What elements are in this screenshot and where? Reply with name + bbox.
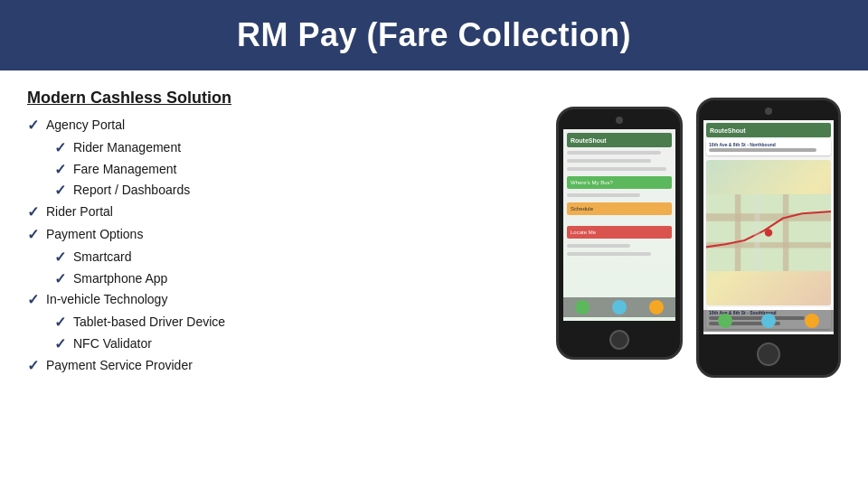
phone-icon-row-2 — [703, 310, 834, 332]
left-panel: Modern Cashless Solution ✓ Agency Portal… — [27, 89, 538, 380]
phone-info-line-1 — [709, 148, 816, 152]
header-bar: RM Pay (Fare Collection) — [0, 0, 868, 70]
list-item-rider-portal: ✓ Rider Portal — [27, 203, 538, 222]
svg-rect-4 — [783, 194, 788, 271]
list-item-agency-portal: ✓ Agency Portal — [27, 117, 538, 136]
right-panel: RouteShout Where's My Bus? Schedule — [556, 89, 841, 380]
checkmark-icon-1c: ✓ — [54, 182, 66, 201]
rider-portal-label: Rider Portal — [46, 203, 113, 221]
page-wrapper: RM Pay (Fare Collection) Modern Cashless… — [0, 0, 868, 389]
phone-home-btn-2 — [757, 343, 780, 366]
phone-btn-green: Where's My Bus? — [567, 176, 672, 189]
phone-btn-yellow: Schedule — [567, 202, 672, 215]
report-dashboards-label: Report / Dashboards — [73, 182, 190, 200]
phone-btn-green-text: Where's My Bus? — [571, 180, 613, 185]
phone-icon-call — [575, 300, 590, 314]
phone-text-2 — [567, 159, 651, 163]
content-area: Modern Cashless Solution ✓ Agency Portal… — [0, 70, 868, 389]
page-title: RM Pay (Fare Collection) — [0, 16, 868, 54]
list-item-reports: ✓ Report / Dashboards — [54, 182, 538, 201]
smartphone-app-label: Smartphone App — [73, 270, 167, 288]
payment-service-label: Payment Service Provider — [46, 357, 193, 375]
svg-rect-6 — [754, 194, 760, 271]
phone-text-4 — [567, 193, 640, 197]
phone-mockup-1: RouteShout Where's My Bus? Schedule — [556, 107, 683, 360]
checkmark-icon-3b: ✓ — [54, 270, 66, 289]
phone-icon-call-2 — [718, 314, 732, 328]
list-item-smartphone-app: ✓ Smartphone App — [54, 270, 538, 289]
checkmark-icon-1b: ✓ — [54, 161, 66, 180]
phone-btn-orange-text: Locate Me — [571, 230, 596, 235]
list-item-payment-options: ✓ Payment Options — [27, 226, 538, 245]
list-item-payment-service: ✓ Payment Service Provider — [27, 357, 538, 376]
phone-logo-2: RouteShout — [710, 127, 746, 134]
list-item-tablet-driver: ✓ Tablet-based Driver Device — [54, 314, 538, 333]
smartcard-label: Smartcard — [73, 249, 132, 267]
list-item-nfc-validator: ✓ NFC Validator — [54, 335, 538, 354]
phone-camera-2 — [765, 108, 772, 115]
phone-home-btn-1 — [609, 330, 629, 350]
nfc-validator-label: NFC Validator — [73, 335, 152, 353]
phone-btn-orange: Locate Me — [567, 226, 672, 239]
fare-management-label: Fare Management — [73, 161, 176, 179]
payment-options-subitems: ✓ Smartcard ✓ Smartphone App — [54, 249, 538, 289]
map-svg — [706, 160, 831, 305]
phone-icon-row-1 — [563, 297, 675, 317]
agency-portal-subitems: ✓ Rider Management ✓ Fare Management ✓ R… — [54, 139, 538, 201]
phone-info-card-1: 10th Ave & 8th St - Northbound — [706, 139, 831, 155]
invehicle-subitems: ✓ Tablet-based Driver Device ✓ NFC Valid… — [54, 314, 538, 354]
phone-text-6 — [567, 252, 651, 256]
phone-topbar-1: RouteShout — [567, 133, 672, 147]
invehicle-technology-label: In-vehicle Technology — [46, 291, 167, 309]
phone-screen-1: RouteShout Where's My Bus? Schedule — [563, 129, 675, 321]
list-item-rider-mgmt: ✓ Rider Management — [54, 139, 538, 158]
list-item-fare-mgmt: ✓ Fare Management — [54, 161, 538, 180]
phone-screen-content-2: RouteShout 10th Ave & 8th St - Northboun… — [703, 120, 834, 334]
phone-topbar-2: RouteShout — [706, 123, 831, 137]
phone-icon-music — [649, 300, 664, 314]
checkmark-icon-4a: ✓ — [54, 314, 66, 333]
agency-portal-label: Agency Portal — [46, 117, 125, 135]
phone-mockup-2: RouteShout 10th Ave & 8th St - Northboun… — [696, 98, 841, 378]
svg-rect-1 — [706, 213, 831, 221]
main-list: ✓ Agency Portal ✓ Rider Management ✓ Far… — [27, 117, 538, 376]
spacer-1 — [567, 218, 672, 221]
checkmark-icon-4b: ✓ — [54, 335, 66, 354]
phone-logo-1: RouteShout — [571, 137, 607, 144]
checkmark-icon-4: ✓ — [27, 291, 39, 310]
checkmark-icon-3a: ✓ — [54, 249, 66, 267]
phone-camera-1 — [616, 117, 623, 124]
phone-screen-content-1: RouteShout Where's My Bus? Schedule — [563, 129, 675, 321]
phone-btn-yellow-text: Schedule — [571, 206, 593, 211]
checkmark-icon-2: ✓ — [27, 203, 39, 222]
list-item-invehicle-tech: ✓ In-vehicle Technology — [27, 291, 538, 310]
phone-icon-msg — [612, 300, 627, 314]
phone-icon-msg-2 — [761, 314, 776, 328]
rider-management-label: Rider Management — [73, 139, 181, 157]
phone-text-3 — [567, 167, 666, 171]
checkmark-icon-3: ✓ — [27, 226, 39, 245]
svg-rect-3 — [735, 194, 741, 271]
svg-point-5 — [765, 229, 772, 236]
checkmark-icon-1: ✓ — [27, 117, 39, 136]
phone-screen-2: RouteShout 10th Ave & 8th St - Northboun… — [703, 120, 834, 334]
section-title: Modern Cashless Solution — [27, 89, 538, 108]
payment-options-label: Payment Options — [46, 226, 143, 244]
checkmark-icon-1a: ✓ — [54, 139, 66, 158]
phone-icon-music-2 — [805, 314, 819, 328]
phone-info-title-1: 10th Ave & 8th St - Northbound — [709, 142, 828, 147]
checkmark-icon-5: ✓ — [27, 357, 39, 376]
phone-text-1 — [567, 151, 661, 155]
phone-map-area — [706, 160, 831, 305]
tablet-driver-label: Tablet-based Driver Device — [73, 314, 225, 332]
list-item-smartcard: ✓ Smartcard — [54, 249, 538, 267]
phone-text-5 — [567, 244, 630, 248]
